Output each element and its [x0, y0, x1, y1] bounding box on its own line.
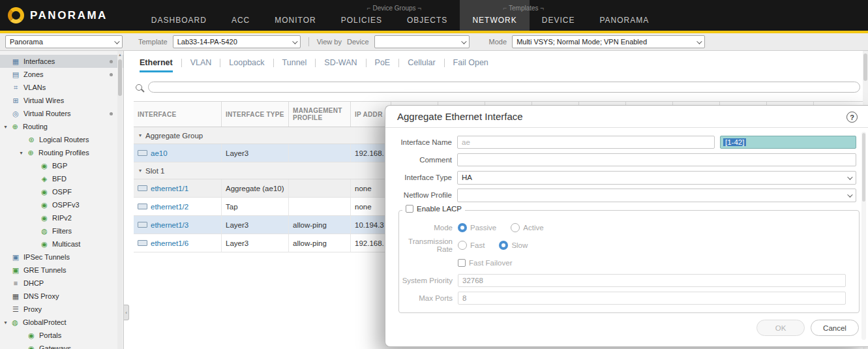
group-caret-icon[interactable]: ▾: [139, 168, 142, 174]
system-priority-label: System Priority: [399, 277, 458, 284]
divider: [220, 59, 220, 67]
interface-type-select[interactable]: HA: [457, 171, 856, 185]
sidebar-item-zones[interactable]: ▤ Zones: [0, 68, 123, 81]
context-select[interactable]: Panorama: [5, 35, 123, 48]
mode-active-radio[interactable]: [511, 223, 520, 232]
interface-name-prefix-field[interactable]: ae: [457, 136, 715, 149]
tab-ethernet[interactable]: Ethernet: [140, 58, 173, 67]
system-priority-field[interactable]: 32768: [458, 274, 846, 287]
bgp-icon: ◉: [39, 162, 50, 170]
expand-caret-icon[interactable]: ▾: [1, 320, 10, 326]
tab-fail-open[interactable]: Fail Open: [453, 58, 488, 67]
interface-tabs: Ethernet VLAN Loopback Tunnel SD-WAN PoE…: [140, 51, 868, 74]
sidebar-item-virtual-routers[interactable]: ◎ Virtual Routers: [0, 107, 123, 120]
interface-link[interactable]: ethernet1/1: [151, 185, 188, 192]
enable-lacp-legend: Enable LACP: [402, 205, 465, 213]
portals-icon: ◉: [26, 331, 37, 340]
sidebar-item-label: Routing: [23, 123, 48, 130]
scrollbar-thumb[interactable]: [863, 53, 867, 81]
sidebar-item-bfd[interactable]: ◈ BFD: [0, 172, 123, 185]
tab-poe[interactable]: PoE: [375, 58, 391, 67]
interface-name-number-field[interactable]: [1-42]: [720, 136, 856, 149]
tab-sd-wan[interactable]: SD-WAN: [324, 58, 357, 67]
interface-link[interactable]: ethernet1/2: [151, 203, 188, 211]
sidebar-scrollbar[interactable]: ▲: [117, 51, 123, 349]
rate-fast-radio[interactable]: [458, 241, 467, 250]
tab-tunnel[interactable]: Tunnel: [282, 58, 307, 67]
sidebar-collapse-handle[interactable]: ‹: [124, 305, 129, 320]
cell-type: Layer3: [222, 234, 289, 252]
sidebar-item-dhcp[interactable]: ≡ DHCP: [0, 277, 123, 290]
enable-lacp-checkbox[interactable]: [406, 205, 413, 213]
nav-dashboard[interactable]: DASHBOARD: [139, 0, 219, 31]
interface-icon: [138, 240, 147, 246]
sidebar-item-proxy[interactable]: ☰ Proxy: [0, 303, 123, 316]
netflow-profile-select[interactable]: [457, 189, 856, 202]
max-ports-field[interactable]: 8: [458, 292, 846, 305]
cancel-button[interactable]: Cancel: [811, 320, 859, 336]
ipsec-tunnels-icon: ▣: [10, 253, 21, 262]
interface-link[interactable]: ae10: [151, 149, 168, 157]
rate-slow-radio[interactable]: [499, 241, 508, 250]
dns-proxy-icon: ▦: [10, 292, 21, 301]
interface-link[interactable]: ethernet1/3: [151, 221, 188, 229]
sidebar-item-globalprotect[interactable]: ▾ ◍ GlobalProtect: [0, 316, 123, 329]
status-dot: [110, 112, 113, 115]
nav-monitor[interactable]: MONITOR: [262, 0, 328, 31]
sidebar-item-label: GRE Tunnels: [23, 266, 66, 274]
sidebar-item-vlans[interactable]: ⌗ VLANs: [0, 81, 123, 94]
sidebar-item-ospf[interactable]: ◉ OSPF: [0, 185, 123, 198]
sidebar-item-routing[interactable]: ▾ ⊕ Routing: [0, 120, 123, 133]
sidebar-item-routing-profiles[interactable]: ▾ ⊕ Routing Profiles: [0, 146, 123, 159]
scroll-up-icon[interactable]: ▲: [117, 51, 123, 57]
nav-panorama[interactable]: PANORAMA: [587, 0, 661, 31]
nav-acc[interactable]: ACC: [219, 0, 262, 31]
ok-button[interactable]: OK: [756, 320, 805, 336]
fast-failover-checkbox[interactable]: [458, 259, 466, 267]
sidebar-item-gateways[interactable]: ◉ Gateways: [0, 342, 123, 349]
sidebar-item-logical-routers[interactable]: ⊛ Logical Routers: [0, 133, 123, 146]
sidebar-item-interfaces[interactable]: ▦ Interfaces: [0, 55, 123, 68]
sidebar-item-gre-tunnels[interactable]: ▣ GRE Tunnels: [0, 264, 123, 277]
interface-type-value: HA: [462, 174, 472, 181]
expand-caret-icon[interactable]: ▾: [1, 124, 10, 130]
sidebar-item-ospfv3[interactable]: ◉ OSPFv3: [0, 198, 123, 211]
tab-vlan[interactable]: VLAN: [190, 58, 212, 67]
sidebar-item-multicast[interactable]: ◉ Multicast: [0, 237, 123, 250]
globalprotect-icon: ◍: [10, 318, 20, 327]
template-select[interactable]: Lab33-14-PA-5420: [173, 35, 301, 48]
search-input[interactable]: [148, 82, 860, 93]
scrollbar-thumb[interactable]: [862, 133, 865, 202]
col-management-profile[interactable]: MANAGEMENT PROFILE: [289, 102, 351, 127]
sidebar-item-virtual-wires[interactable]: ⊞ Virtual Wires: [0, 94, 123, 107]
mode-select[interactable]: Multi VSYS; Normal Mode; VPN Enabled: [512, 35, 705, 48]
interface-name-label: Interface Name: [385, 138, 457, 146]
sidebar-item-dns-proxy[interactable]: ▦ DNS Proxy: [0, 290, 123, 303]
col-interface-type[interactable]: INTERFACE TYPE: [222, 102, 289, 127]
col-interface[interactable]: INTERFACE: [134, 102, 222, 127]
cell-profile: allow-ping: [289, 216, 351, 234]
divider: [308, 37, 309, 46]
chevron-down-icon: [847, 174, 852, 179]
scrollbar-thumb[interactable]: [118, 59, 122, 96]
help-icon[interactable]: ?: [846, 112, 858, 123]
netflow-profile-label: Netflow Profile: [385, 191, 457, 199]
interface-link[interactable]: ethernet1/6: [151, 239, 188, 247]
sidebar-item-filters[interactable]: ◍ Filters: [0, 224, 123, 237]
group-caret-icon[interactable]: ▾: [139, 132, 142, 138]
sidebar-item-label: Gateways: [39, 344, 71, 349]
sidebar-item-ripv2[interactable]: ◉ RIPv2: [0, 211, 123, 224]
tab-loopback[interactable]: Loopback: [229, 58, 264, 67]
dialog-scrollbar[interactable]: [861, 132, 866, 340]
sidebar-item-portals[interactable]: ◉ Portals: [0, 329, 123, 342]
sidebar-item-ipsec-tunnels[interactable]: ▣ IPSec Tunnels: [0, 250, 123, 264]
interfaces-icon: ▦: [10, 57, 21, 66]
device-groups-bracket-label: Device Groups: [329, 5, 460, 12]
comment-field[interactable]: [457, 153, 856, 166]
sidebar-item-bgp[interactable]: ◉ BGP: [0, 159, 123, 172]
mode-passive-radio[interactable]: [458, 223, 467, 232]
expand-caret-icon[interactable]: ▾: [17, 150, 25, 156]
tab-cellular[interactable]: Cellular: [408, 58, 435, 67]
device-select[interactable]: [374, 35, 470, 48]
status-dot: [110, 60, 113, 63]
